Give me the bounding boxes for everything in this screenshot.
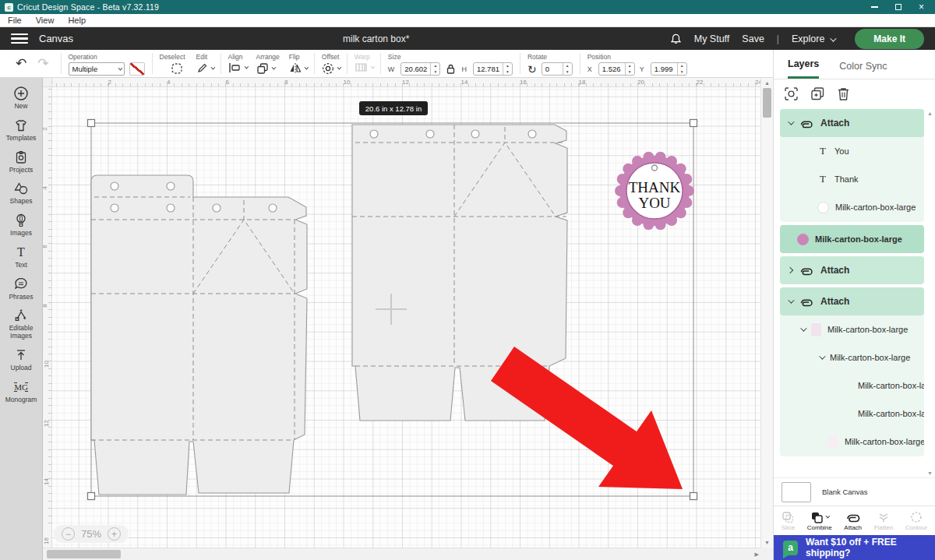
- y-stepper[interactable]: ▴▾: [677, 63, 686, 75]
- ruler-top-number: 14: [461, 79, 468, 86]
- x-stepper[interactable]: ▴▾: [625, 63, 634, 75]
- hscroll-thumb[interactable]: [47, 550, 121, 558]
- layer-row-milk-2[interactable]: Milk-carton-box-large: [780, 315, 924, 343]
- zoom-in-button[interactable]: +: [108, 527, 121, 541]
- lock-icon[interactable]: [446, 64, 455, 74]
- menu-help[interactable]: Help: [68, 16, 86, 25]
- hamburger-menu-icon[interactable]: [11, 33, 28, 44]
- ruler-top-number: 6: [226, 79, 229, 86]
- select-all-icon[interactable]: [784, 86, 799, 101]
- rotate-stepper[interactable]: ▴▾: [563, 63, 572, 75]
- attach-paperclip-icon: [799, 118, 814, 129]
- arrange-button[interactable]: [256, 62, 274, 74]
- vscroll-thumb[interactable]: [763, 88, 771, 118]
- chevron-down-icon[interactable]: [788, 297, 794, 303]
- zoom-level: 75%: [81, 528, 101, 540]
- sidebar-item-upload[interactable]: Upload: [0, 347, 43, 372]
- layers-scroll-up-icon[interactable]: ▲: [927, 111, 933, 116]
- vertical-scrollbar[interactable]: ▲ ▼: [760, 78, 773, 548]
- chevron-down-icon[interactable]: [788, 118, 794, 125]
- blank-canvas-row[interactable]: Blank Canvas: [774, 477, 935, 505]
- x-field[interactable]: 1.526 ▴▾: [598, 62, 635, 76]
- flatten-button[interactable]: Flatten: [874, 510, 893, 531]
- height-stepper[interactable]: ▴▾: [503, 63, 512, 75]
- line-color-swatch[interactable]: [129, 62, 145, 76]
- sidebar-item-editable-images[interactable]: Editable Images: [0, 308, 43, 340]
- editable-images-icon: [13, 308, 29, 323]
- attach-button[interactable]: Attach: [844, 510, 862, 531]
- duplicate-icon[interactable]: [810, 86, 825, 101]
- operation-select[interactable]: Multiple: [69, 62, 125, 76]
- sidebar-item-shapes[interactable]: Shapes: [0, 181, 43, 206]
- canvas-grid[interactable]: [52, 87, 760, 548]
- minimize-icon[interactable]: [871, 6, 878, 8]
- layer-row-attach-3[interactable]: Attach: [780, 287, 924, 315]
- edit-button[interactable]: [196, 62, 213, 74]
- horizontal-scrollbar[interactable]: ▶: [43, 548, 760, 560]
- layer-group-attach-3: Attach Milk-carton-box-large Milk-carton…: [780, 287, 924, 456]
- flip-button[interactable]: [289, 62, 307, 74]
- redo-icon[interactable]: ↷: [37, 57, 48, 70]
- canvas-label: Canvas: [39, 33, 73, 44]
- document-title[interactable]: milk carton box*: [343, 33, 409, 44]
- layer-row-you[interactable]: T You: [780, 137, 924, 165]
- warp-label: Warp: [355, 53, 373, 61]
- layer-row-milk-6[interactable]: Milk-carton-box-large: [780, 428, 924, 456]
- slice-button[interactable]: Slice: [782, 510, 795, 531]
- layer-row-thank[interactable]: T Thank: [780, 165, 924, 193]
- rotate-field[interactable]: 0 ▴▾: [542, 62, 573, 76]
- deselect-button[interactable]: [171, 62, 183, 75]
- chat-offer-icon: a: [783, 541, 798, 555]
- sidebar-item-templates[interactable]: Templates: [0, 118, 43, 143]
- contour-button[interactable]: Contour: [905, 510, 927, 531]
- y-field[interactable]: 1.999 ▴▾: [651, 62, 687, 76]
- explore-dropdown[interactable]: Explore: [792, 33, 834, 44]
- layer-row-milk-white[interactable]: Milk-carton-box-large: [780, 193, 924, 221]
- warp-button[interactable]: [355, 62, 373, 72]
- sidebar-item-new[interactable]: New: [0, 86, 43, 111]
- sidebar-item-projects[interactable]: Projects: [0, 150, 43, 174]
- width-stepper[interactable]: ▴▾: [430, 63, 439, 75]
- promo-banner[interactable]: a Want $10 off + FREE shipping?: [774, 535, 935, 560]
- sidebar-item-monogram[interactable]: MG Monogram: [0, 379, 43, 404]
- rotate-icon[interactable]: ↻: [527, 64, 537, 75]
- layer-row-attach-1[interactable]: Attach: [780, 109, 924, 137]
- monogram-icon: MG: [12, 379, 30, 395]
- my-stuff-link[interactable]: My Stuff: [694, 33, 730, 44]
- tab-color-sync[interactable]: Color Sync: [839, 61, 887, 79]
- layer-row-milk-5[interactable]: Milk-carton-box-la: [780, 400, 924, 428]
- sidebar-item-phrases[interactable]: Phrases: [0, 276, 43, 301]
- design-canvas[interactable]: 024681012141618202224 246810121416: [43, 78, 773, 560]
- offset-button[interactable]: [322, 62, 340, 75]
- zoom-out-button[interactable]: −: [62, 527, 75, 541]
- ruler-top-number: 8: [284, 79, 288, 86]
- sidebar-item-text[interactable]: T Text: [0, 245, 43, 269]
- make-it-button[interactable]: Make It: [855, 29, 924, 49]
- notifications-bell-icon[interactable]: [670, 33, 682, 45]
- tab-layers[interactable]: Layers: [788, 58, 819, 79]
- layer-row-milk-selected[interactable]: Milk-carton-box-large: [780, 225, 924, 253]
- undo-icon[interactable]: ↶: [16, 57, 26, 70]
- layer-row-milk-3[interactable]: Milk-carton-box-large: [780, 343, 924, 372]
- deselect-icon: [171, 62, 183, 75]
- text-layer-icon: T: [817, 173, 828, 185]
- save-button[interactable]: Save: [742, 33, 764, 44]
- chevron-right-icon[interactable]: [787, 267, 793, 273]
- height-field[interactable]: 12.781 ▴▾: [473, 62, 513, 76]
- menu-view[interactable]: View: [36, 16, 55, 25]
- trash-icon[interactable]: [837, 86, 850, 101]
- combine-button[interactable]: Combine: [807, 510, 832, 531]
- layer-row-milk-4[interactable]: Milk-carton-box-la: [780, 372, 924, 400]
- sidebar-item-images[interactable]: Images: [0, 213, 43, 238]
- chevron-down-icon[interactable]: [800, 325, 806, 331]
- chevron-down-icon[interactable]: [819, 353, 825, 359]
- maximize-icon[interactable]: [895, 4, 901, 10]
- width-field[interactable]: 20.602 ▴▾: [400, 62, 440, 76]
- align-label: Align: [228, 53, 247, 61]
- align-button[interactable]: [228, 62, 247, 73]
- close-icon[interactable]: ×: [919, 3, 924, 11]
- blank-canvas-swatch[interactable]: [782, 482, 811, 502]
- layers-scroll-down-icon[interactable]: ▼: [927, 470, 933, 476]
- layer-row-attach-2[interactable]: Attach: [780, 256, 924, 284]
- menu-file[interactable]: File: [8, 16, 22, 25]
